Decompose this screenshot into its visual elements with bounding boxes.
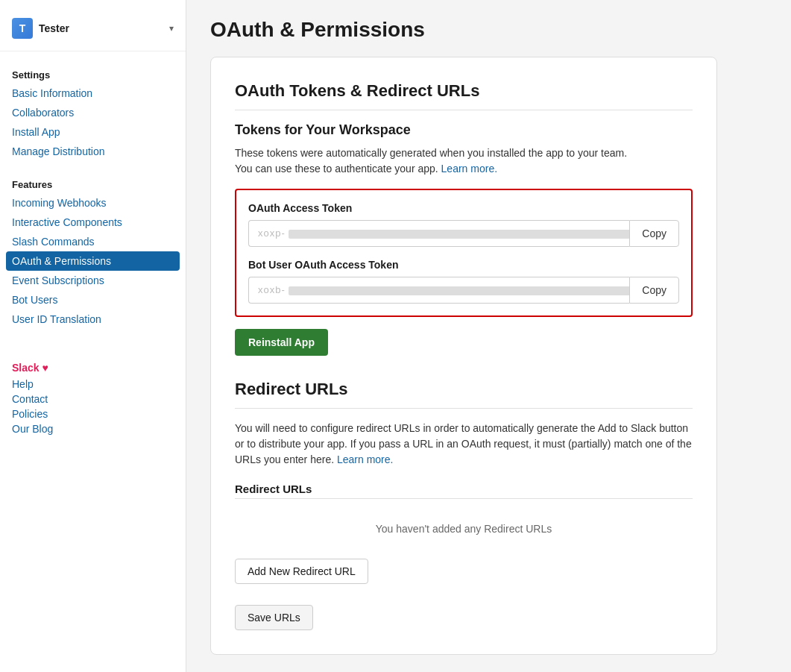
sidebar-item-collaborators[interactable]: Collaborators xyxy=(0,103,186,122)
tokens-section-title: OAuth Tokens & Redirect URLs xyxy=(235,81,693,101)
redirect-divider xyxy=(235,408,693,409)
copy-bot-token-button[interactable]: Copy xyxy=(629,277,679,304)
features-section-label: Features xyxy=(0,173,186,193)
redirect-urls-label: Redirect URLs xyxy=(235,483,693,495)
redirect-empty-state: You haven't added any Redirect URLs xyxy=(235,511,693,547)
tokens-divider xyxy=(235,110,693,110)
sidebar-item-user-id-translation[interactable]: User ID Translation xyxy=(0,310,186,329)
main-content: OAuth & Permissions OAuth Tokens & Redir… xyxy=(186,0,791,672)
app-selector[interactable]: T Tester ▾ xyxy=(0,12,186,51)
sidebar: T Tester ▾ Settings Basic Information Co… xyxy=(0,0,186,672)
token-section: OAuth Access Token xoxp- Copy Bot User O… xyxy=(235,189,693,317)
bot-token-row: xoxb- Copy xyxy=(248,277,679,304)
sidebar-item-oauth-permissions[interactable]: OAuth & Permissions xyxy=(6,251,180,271)
sidebar-footer-contact[interactable]: Contact xyxy=(12,392,174,406)
sidebar-item-install-app[interactable]: Install App xyxy=(0,122,186,142)
sidebar-footer-policies[interactable]: Policies xyxy=(12,406,174,421)
sidebar-item-interactive-components[interactable]: Interactive Components xyxy=(0,213,186,232)
sidebar-item-slash-commands[interactable]: Slash Commands xyxy=(0,232,186,251)
main-card: OAuth Tokens & Redirect URLs Tokens for … xyxy=(210,57,717,655)
workspace-description: These tokens were automatically generate… xyxy=(235,145,693,177)
sidebar-item-event-subscriptions[interactable]: Event Subscriptions xyxy=(0,271,186,290)
reinstall-app-button[interactable]: Reinstall App xyxy=(235,329,328,356)
chevron-down-icon: ▾ xyxy=(169,23,174,34)
learn-more-tokens-link[interactable]: Learn more. xyxy=(441,163,497,175)
save-urls-button[interactable]: Save URLs xyxy=(235,605,313,630)
oauth-token-row: xoxp- Copy xyxy=(248,220,679,247)
bot-oauth-token-input: xoxb- xyxy=(248,277,629,304)
page-title: OAuth & Permissions xyxy=(210,18,767,42)
app-name: Tester xyxy=(39,22,69,34)
slack-heart: Slack ♥ xyxy=(12,362,174,374)
learn-more-redirect-link[interactable]: Learn more. xyxy=(337,453,393,465)
oauth-access-token-label: OAuth Access Token xyxy=(248,202,679,214)
app-icon: T xyxy=(12,18,33,39)
redirect-description: You will need to configure redirect URLs… xyxy=(235,421,693,468)
add-redirect-url-button[interactable]: Add New Redirect URL xyxy=(235,559,368,584)
sidebar-item-manage-distribution[interactable]: Manage Distribution xyxy=(0,142,186,161)
sidebar-item-basic-information[interactable]: Basic Information xyxy=(0,84,186,103)
heart-icon: ♥ xyxy=(42,362,48,374)
bot-oauth-token-label: Bot User OAuth Access Token xyxy=(248,259,679,271)
sidebar-item-incoming-webhooks[interactable]: Incoming Webhooks xyxy=(0,193,186,213)
redirect-urls-section-title: Redirect URLs xyxy=(235,380,693,399)
settings-section-label: Settings xyxy=(0,63,186,84)
oauth-access-token-input: xoxp- xyxy=(248,220,629,247)
sidebar-footer-help[interactable]: Help xyxy=(12,377,174,392)
redirect-urls-divider xyxy=(235,498,693,499)
sidebar-item-bot-users[interactable]: Bot Users xyxy=(0,290,186,310)
sidebar-footer-our-blog[interactable]: Our Blog xyxy=(12,421,174,436)
sidebar-footer: Slack ♥ Help Contact Policies Our Blog xyxy=(0,347,186,436)
workspace-section-title: Tokens for Your Workspace xyxy=(235,122,693,138)
copy-oauth-token-button[interactable]: Copy xyxy=(629,220,679,247)
